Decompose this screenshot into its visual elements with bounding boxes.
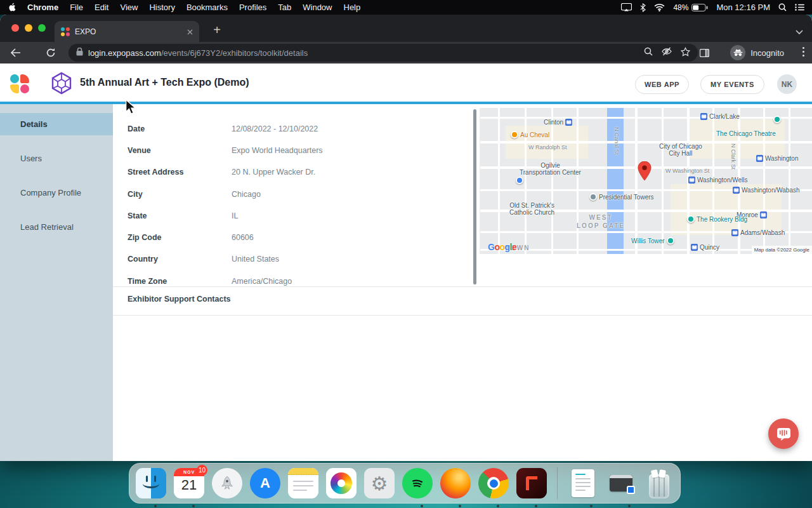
battery-indicator[interactable]: 48% bbox=[673, 3, 708, 12]
eye-off-icon[interactable] bbox=[662, 47, 672, 58]
dock-icon-adobe-app[interactable] bbox=[516, 468, 547, 498]
map-label-city-hall: City of ChicagoCity Hall bbox=[659, 143, 702, 157]
dock-icon-firefox[interactable] bbox=[440, 468, 471, 498]
my-events-button[interactable]: MY EVENTS bbox=[700, 75, 764, 94]
intercom-chat-button[interactable] bbox=[768, 418, 799, 449]
dock-icon-finder[interactable] bbox=[136, 468, 166, 498]
map-label-adams-wabash: MAdams/Wabash bbox=[731, 229, 785, 236]
row-value: America/Chicago bbox=[232, 277, 292, 286]
window-close-button[interactable] bbox=[11, 24, 19, 32]
menu-item-help[interactable]: Help bbox=[344, 3, 361, 12]
row-label: Country bbox=[128, 255, 158, 264]
apple-menu-icon[interactable] bbox=[8, 3, 16, 12]
map-label-willis-tower: Willis Tower bbox=[631, 237, 674, 244]
tab-search-chevron-icon[interactable] bbox=[796, 26, 803, 37]
menu-item-file[interactable]: File bbox=[70, 3, 83, 12]
table-row: VenueExpo World Headquarters bbox=[113, 146, 468, 165]
row-label: City bbox=[128, 190, 143, 199]
dock-icon-organizer-document[interactable] bbox=[568, 468, 598, 498]
wifi-icon[interactable] bbox=[654, 3, 665, 11]
running-indicator bbox=[192, 505, 195, 507]
control-center-icon[interactable] bbox=[795, 4, 804, 11]
calendar-day: 21 bbox=[174, 477, 204, 493]
map-label-presidential-towers: Presidential Towers bbox=[589, 193, 654, 201]
row-label: Street Address bbox=[128, 168, 183, 177]
dock-icon-system-preferences[interactable]: ⚙ bbox=[364, 468, 395, 498]
dock-icon-calendar[interactable]: 10 NOV 21 bbox=[174, 468, 204, 498]
incognito-spy-icon bbox=[730, 45, 745, 60]
menu-clock[interactable]: Mon 12:16 PM bbox=[716, 3, 770, 12]
search-icon[interactable] bbox=[644, 47, 653, 58]
reload-button[interactable] bbox=[42, 44, 60, 62]
bluetooth-icon[interactable] bbox=[640, 3, 646, 12]
tab-close-icon[interactable] bbox=[187, 26, 193, 37]
table-row: CountryUnited States bbox=[113, 255, 468, 274]
sidebar: Details Users Company Profile Lead Retri… bbox=[0, 104, 113, 461]
table-row: CityChicago bbox=[113, 190, 468, 209]
dock-icon-photos[interactable] bbox=[326, 468, 357, 498]
window-zoom-button[interactable] bbox=[38, 24, 46, 32]
bookmark-star-icon[interactable] bbox=[681, 47, 690, 59]
google-map[interactable]: ClintonM MClark/Lake The Chicago Theatre… bbox=[480, 108, 812, 254]
row-value: IL bbox=[232, 211, 238, 220]
map-street-clark: N Clark St bbox=[730, 144, 737, 170]
attraction-poi-icon bbox=[687, 215, 695, 223]
menu-item-history[interactable]: History bbox=[149, 3, 174, 12]
metro-station-icon: M bbox=[760, 211, 767, 218]
support-contacts-heading: Exhibitor Support Contacts bbox=[128, 295, 231, 304]
spotlight-icon[interactable] bbox=[778, 3, 787, 11]
dock-icon-display-utility[interactable] bbox=[606, 468, 636, 498]
url-text: login.expopass.com/events/6j673Y2/exhibi… bbox=[88, 48, 308, 58]
menu-item-profiles[interactable]: Profiles bbox=[239, 3, 266, 12]
menu-item-chrome[interactable]: Chrome bbox=[27, 3, 58, 12]
expo-favicon bbox=[61, 27, 70, 36]
sidebar-item-details[interactable]: Details bbox=[0, 113, 113, 135]
dock-icon-trash[interactable] bbox=[644, 468, 674, 498]
menu-item-tab[interactable]: Tab bbox=[278, 3, 291, 12]
details-scrollbar[interactable] bbox=[473, 109, 476, 284]
dock-icon-spotify[interactable] bbox=[402, 468, 433, 498]
map-label-clark-lake: MClark/Lake bbox=[700, 113, 740, 120]
row-label: State bbox=[128, 211, 147, 220]
menu-item-edit[interactable]: Edit bbox=[95, 3, 108, 12]
sidebar-item-lead-retrieval[interactable]: Lead Retrieval bbox=[0, 216, 113, 238]
row-value: 60606 bbox=[232, 233, 254, 242]
attraction-poi-icon bbox=[773, 116, 781, 123]
menu-item-bookmarks[interactable]: Bookmarks bbox=[187, 3, 228, 12]
browser-menu-icon[interactable] bbox=[802, 47, 804, 57]
metro-station-icon: M bbox=[691, 244, 698, 251]
expo-app-header: 5th Annual Art + Tech Expo (Demo) WEB AP… bbox=[0, 64, 812, 102]
table-row: StateIL bbox=[113, 211, 468, 231]
menu-item-window[interactable]: Window bbox=[303, 3, 332, 12]
dock-icon-chrome[interactable] bbox=[478, 468, 509, 498]
macos-menu-bar: Chrome File Edit View History Bookmarks … bbox=[0, 0, 812, 15]
incognito-badge[interactable]: Incognito bbox=[730, 44, 784, 62]
attraction-poi-icon bbox=[667, 237, 674, 244]
dock-icon-launchpad[interactable] bbox=[212, 468, 242, 498]
metro-station-icon: M bbox=[731, 229, 738, 236]
browser-window: EXPO + login.expopass.com/events/6j673Y2… bbox=[0, 15, 812, 461]
window-minimize-button[interactable] bbox=[25, 24, 32, 32]
new-tab-button[interactable]: + bbox=[209, 23, 225, 36]
back-button[interactable] bbox=[6, 44, 24, 62]
browser-tab-expo[interactable]: EXPO bbox=[55, 21, 199, 42]
side-panel-icon[interactable] bbox=[695, 44, 713, 62]
sidebar-item-users[interactable]: Users bbox=[0, 147, 113, 170]
menu-item-view[interactable]: View bbox=[120, 3, 138, 12]
map-pin-venue[interactable] bbox=[638, 161, 652, 184]
expo-pass-logo[interactable] bbox=[10, 74, 29, 93]
dock-icon-app-store[interactable]: A bbox=[250, 468, 280, 498]
restaurant-poi-icon bbox=[511, 131, 518, 138]
running-indicator bbox=[628, 505, 631, 507]
map-street-w-washington: W Washington St bbox=[665, 168, 709, 174]
dock-icon-notes[interactable] bbox=[288, 468, 318, 498]
user-avatar[interactable]: NK bbox=[777, 74, 797, 94]
mouse-cursor bbox=[125, 99, 137, 119]
row-label: Time Zone bbox=[128, 277, 167, 286]
screen-mirroring-icon[interactable] bbox=[621, 3, 632, 11]
web-app-button[interactable]: WEB APP bbox=[635, 75, 689, 94]
sidebar-item-company-profile[interactable]: Company Profile bbox=[0, 182, 113, 204]
divider bbox=[113, 286, 812, 287]
address-bar[interactable]: login.expopass.com/events/6j673Y2/exhibi… bbox=[69, 44, 698, 62]
row-label: Zip Code bbox=[128, 233, 161, 242]
